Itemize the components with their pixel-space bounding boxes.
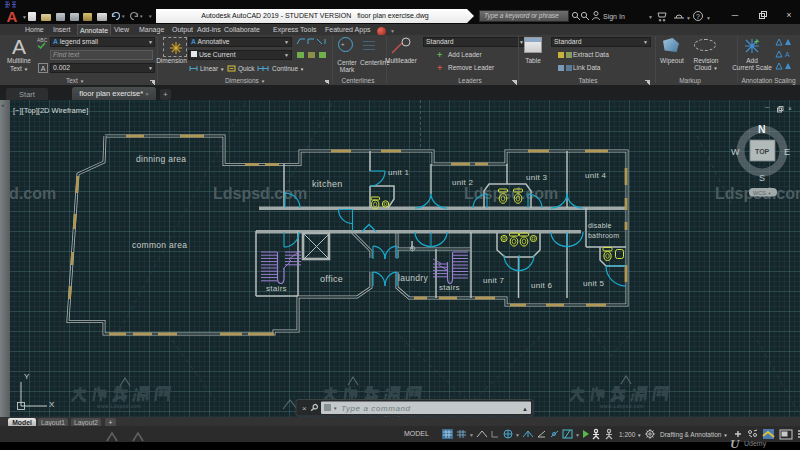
svg-text:unit 6: unit 6 [531, 281, 553, 290]
svg-text:kitchen: kitchen [312, 179, 343, 189]
svg-text:stairs: stairs [439, 283, 460, 292]
svg-text:▼: ▼ [469, 432, 474, 438]
svg-text:?: ? [696, 13, 700, 20]
svg-text:Ldspsd.com: Ldspsd.com [213, 185, 307, 202]
svg-text:E: E [784, 147, 790, 157]
svg-text:office: office [320, 274, 343, 284]
svg-text:▼: ▼ [686, 15, 691, 21]
svg-text:+: + [754, 37, 759, 47]
svg-text:×: × [302, 404, 307, 413]
svg-text:▼: ▼ [575, 432, 580, 438]
svg-text:Ldspsd.com: Ldspsd.com [10, 185, 56, 202]
svg-text:www.Ldspsd.com: www.Ldspsd.com [600, 404, 644, 409]
svg-text:dinning area: dinning area [136, 154, 186, 164]
svg-text:▼: ▼ [648, 14, 653, 20]
svg-text:TOP: TOP [755, 148, 770, 155]
svg-text:unit 5: unit 5 [583, 279, 605, 288]
svg-text:bathroom: bathroom [588, 232, 619, 239]
svg-text:1:200 ▼: 1:200 ▼ [619, 431, 642, 438]
svg-text:www.Ldspsd.com: www.Ldspsd.com [97, 404, 141, 409]
svg-text:disable: disable [588, 222, 612, 229]
svg-text:laundry: laundry [398, 273, 428, 283]
svg-text:▼: ▼ [706, 15, 711, 21]
svg-text:▲: ▲ [522, 406, 528, 412]
svg-text:unit 7: unit 7 [483, 276, 505, 285]
svg-text:▼: ▼ [515, 432, 520, 438]
svg-text:Sign In: Sign In [603, 13, 625, 21]
svg-text:Type a command: Type a command [341, 404, 411, 413]
svg-text:Y: Y [24, 372, 30, 381]
svg-text:Drafting & Annotation ▼: Drafting & Annotation ▼ [660, 431, 728, 439]
svg-text:WCS ▼: WCS ▼ [753, 190, 771, 196]
svg-text:common area: common area [132, 240, 187, 250]
svg-text:W: W [731, 147, 740, 157]
svg-text:N: N [758, 123, 766, 135]
svg-text:unit 2: unit 2 [452, 178, 474, 187]
svg-text:stairs: stairs [266, 284, 287, 293]
svg-text:X: X [49, 400, 55, 409]
svg-text:unit 1: unit 1 [388, 168, 410, 177]
svg-text:unit 3: unit 3 [526, 173, 548, 182]
svg-text:A: A [785, 51, 790, 58]
svg-text:unit 4: unit 4 [585, 171, 607, 180]
svg-text:▼: ▼ [333, 406, 337, 411]
svg-text:Ldspsd.com: Ldspsd.com [464, 185, 558, 202]
svg-text:S: S [759, 173, 765, 183]
